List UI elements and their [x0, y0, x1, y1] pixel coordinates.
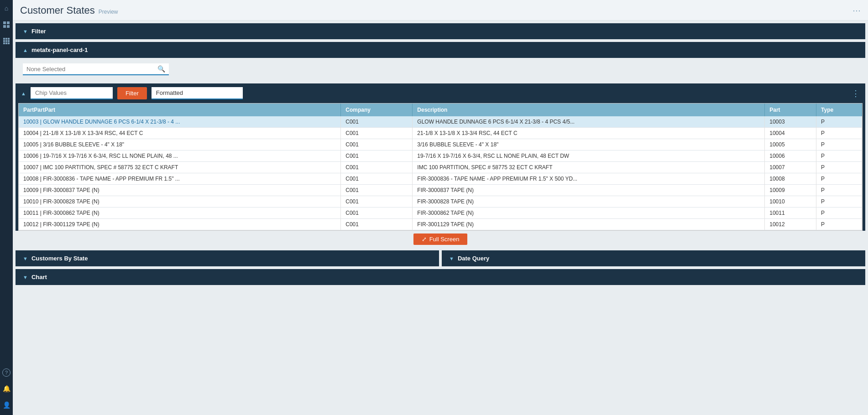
cell-type: P [816, 128, 862, 139]
cell-company: C001 [341, 208, 413, 219]
table-row[interactable]: 10004 | 21-1/8 X 13-1/8 X 13-3/4 RSC, 44… [19, 128, 862, 139]
svg-rect-12 [8, 42, 10, 44]
cell-company: C001 [341, 116, 413, 128]
cell-partpartpart: 10007 | IMC 100 PARTITION, SPEC # 58775 … [19, 162, 341, 173]
svg-rect-1 [7, 21, 10, 24]
bottom-panels-row: ▼ Customers By State ▼ Date Query [16, 250, 865, 266]
chart-panel-header[interactable]: ▼ Chart [16, 269, 865, 285]
page-title: Customer States [20, 5, 95, 16]
table-row[interactable]: 10003 | GLOW HANDLE DUNNAGE 6 PCS 6-1/4 … [19, 116, 862, 128]
cell-part: 10010 [765, 196, 816, 208]
cell-part: 10007 [765, 162, 816, 173]
date-query-header[interactable]: ▼ Date Query [442, 250, 865, 266]
customers-by-state-panel: ▼ Customers By State [16, 250, 439, 266]
date-query-chevron-icon: ▼ [449, 256, 454, 261]
chart-panel: ▼ Chart [16, 269, 865, 285]
data-panel-header: ▲ Filter ⋮ [16, 83, 865, 103]
grid-icon[interactable] [2, 20, 11, 29]
cell-type: P [816, 139, 862, 150]
cell-part: 10005 [765, 139, 816, 150]
cell-description: FIR-3000828 TAPE (N) [413, 196, 765, 208]
filter-panel-header[interactable]: ▼ Filter [16, 23, 865, 39]
cell-part: 10006 [765, 150, 816, 162]
header-dots-icon[interactable]: ⋯ [852, 5, 861, 16]
cell-company: C001 [341, 139, 413, 150]
cell-partpartpart: 10004 | 21-1/8 X 13-1/8 X 13-3/4 RSC, 44… [19, 128, 341, 139]
fullscreen-button[interactable]: ⤢ Full Screen [413, 233, 468, 245]
col-company: Company [341, 104, 413, 116]
none-selected-input-wrap: 🔍 [23, 63, 169, 75]
svg-rect-11 [5, 42, 7, 44]
cell-company: C001 [341, 185, 413, 196]
metafx-panel: ▲ metafx-panel-card-1 🔍 [16, 42, 865, 81]
bell-icon[interactable]: 🔔 [2, 384, 11, 393]
fullscreen-wrap: ⤢ Full Screen [16, 231, 865, 248]
cell-part: 10011 [765, 208, 816, 219]
home-icon[interactable]: ⌂ [2, 4, 11, 13]
cell-company: C001 [341, 196, 413, 208]
table-row[interactable]: 10005 | 3/16 BUBBLE SLEEVE - 4" X 18"C00… [19, 139, 862, 150]
cell-part: 10008 [765, 173, 816, 185]
data-panel-dots-icon[interactable]: ⋮ [852, 88, 860, 99]
filter-button[interactable]: Filter [117, 87, 147, 99]
cell-type: P [816, 196, 862, 208]
table-row[interactable]: 10010 | FIR-3000828 TAPE (N)C001FIR-3000… [19, 196, 862, 208]
cell-description: FIR-3000837 TAPE (N) [413, 185, 765, 196]
table-row[interactable]: 10009 | FIR-3000837 TAPE (N)C001FIR-3000… [19, 185, 862, 196]
customers-by-state-title: Customers By State [31, 255, 88, 262]
data-chevron-icon[interactable]: ▲ [21, 91, 26, 96]
cell-partpartpart: 10010 | FIR-3000828 TAPE (N) [19, 196, 341, 208]
table-body: 10003 | GLOW HANDLE DUNNAGE 6 PCS 6-1/4 … [19, 116, 862, 231]
date-query-title: Date Query [458, 255, 489, 262]
svg-rect-3 [7, 25, 10, 28]
cell-description: FIR-3000862 TAPE (N) [413, 208, 765, 219]
customers-by-state-header[interactable]: ▼ Customers By State [16, 250, 439, 266]
cell-partpartpart: 10012 | FIR-3001129 TAPE (N) [19, 219, 341, 230]
page-title-wrap: Customer States Preview [20, 5, 118, 16]
none-selected-input[interactable] [26, 66, 157, 73]
scroll-area: ▼ Filter ▲ metafx-panel-card-1 🔍 ▲ Fi [13, 21, 868, 415]
col-type: Type [816, 104, 862, 116]
cell-part: 10003 [765, 116, 816, 128]
cell-partpartpart: 10003 | GLOW HANDLE DUNNAGE 6 PCS 6-1/4 … [19, 116, 341, 128]
apps-icon[interactable] [2, 36, 11, 46]
cell-description: 3/16 BUBBLE SLEEVE - 4" X 18" [413, 139, 765, 150]
table-row[interactable]: 10007 | IMC 100 PARTITION, SPEC # 58775 … [19, 162, 862, 173]
cell-description: 21-1/8 X 13-1/8 X 13-3/4 RSC, 44 ECT C [413, 128, 765, 139]
formatted-input[interactable] [152, 87, 243, 99]
cell-type: P [816, 150, 862, 162]
svg-rect-9 [8, 40, 10, 42]
cell-partpartpart: 10008 | FIR-3000836 - TAPE NAME - APP PR… [19, 173, 341, 185]
svg-rect-10 [3, 42, 5, 44]
cell-partpartpart: 10005 | 3/16 BUBBLE SLEEVE - 4" X 18" [19, 139, 341, 150]
cell-part: 10004 [765, 128, 816, 139]
cell-partpartpart: 10011 | FIR-3000862 TAPE (N) [19, 208, 341, 219]
chart-chevron-icon: ▼ [23, 275, 28, 280]
cell-description: FIR-3000836 - TAPE NAME - APP PREMIUM FR… [413, 173, 765, 185]
table-row[interactable]: 10008 | FIR-3000836 - TAPE NAME - APP PR… [19, 173, 862, 185]
table-row[interactable]: 10012 | FIR-3001129 TAPE (N)C001FIR-3001… [19, 219, 862, 230]
svg-rect-4 [3, 38, 5, 40]
cell-company: C001 [341, 128, 413, 139]
svg-rect-5 [5, 38, 7, 40]
svg-rect-0 [3, 21, 6, 24]
cell-company: C001 [341, 150, 413, 162]
col-part: Part [765, 104, 816, 116]
help-icon[interactable]: ? [2, 368, 10, 377]
fullscreen-icon: ⤢ [422, 236, 427, 243]
metafx-panel-header[interactable]: ▲ metafx-panel-card-1 [16, 42, 865, 58]
data-table-wrap: PartPartPart Company Description Part Ty… [18, 103, 863, 231]
cell-description: GLOW HANDLE DUNNAGE 6 PCS 6-1/4 X 21-3/8… [413, 116, 765, 128]
chip-values-input[interactable] [31, 87, 113, 99]
search-icon[interactable]: 🔍 [157, 65, 165, 73]
date-query-panel: ▼ Date Query [442, 250, 865, 266]
cell-company: C001 [341, 219, 413, 230]
user-icon[interactable]: 👤 [2, 400, 11, 410]
table-row[interactable]: 10011 | FIR-3000862 TAPE (N)C001FIR-3000… [19, 208, 862, 219]
data-panel: ▲ Filter ⋮ PartPartPart Company Descript… [16, 83, 865, 248]
metafx-chevron-icon: ▲ [23, 47, 28, 53]
table-row[interactable]: 10006 | 19-7/16 X 19-7/16 X 6-3/4, RSC L… [19, 150, 862, 162]
table-header: PartPartPart Company Description Part Ty… [19, 104, 862, 116]
data-table: PartPartPart Company Description Part Ty… [19, 104, 862, 231]
cell-type: P [816, 162, 862, 173]
